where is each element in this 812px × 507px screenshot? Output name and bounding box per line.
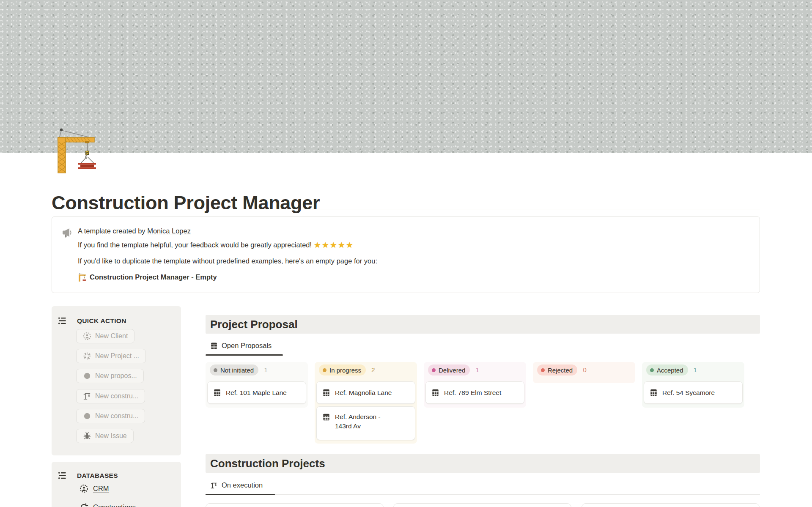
board-card[interactable]: Ref. 101 Maple Lane: [207, 381, 306, 404]
gallery-card[interactable]: [206, 503, 384, 507]
status-label: Accepted: [657, 367, 683, 374]
table-icon: [210, 342, 218, 350]
circle-icon: [83, 372, 91, 380]
status-label: Rejected: [548, 367, 573, 374]
callout-feedback-text: If you find the template helpful, your f…: [78, 241, 314, 249]
callout-line-empty-page: Construction Project Manager - Empty: [78, 272, 749, 282]
databases-title: DATABASES: [77, 472, 118, 480]
button-label: New Client: [95, 332, 128, 340]
person-badge-icon: [83, 332, 91, 340]
column-count: 1: [694, 366, 697, 374]
tab-open-proposals[interactable]: Open Proposals: [210, 337, 272, 355]
databases-panel: DATABASES CRM Constructions: [52, 462, 181, 507]
status-dot-icon: [650, 368, 654, 372]
status-dot-icon: [432, 368, 436, 372]
tab-label: Open Proposals: [222, 342, 272, 350]
constructions-link[interactable]: Constructions: [93, 503, 136, 507]
table-icon: [322, 389, 330, 397]
column-count: 1: [264, 366, 268, 374]
new-proposal-button[interactable]: New propos...: [76, 369, 144, 383]
button-label: New Issue: [95, 432, 127, 440]
database-link-constructions[interactable]: Constructions: [80, 502, 136, 507]
status-dot-icon: [214, 368, 217, 372]
board-column-rejected: Rejected 0: [533, 362, 635, 383]
cover-image: [0, 0, 812, 153]
status-label: In progress: [329, 367, 361, 374]
board-column-accepted: Accepted 1 Ref. 54 Sycamore: [642, 362, 744, 408]
status-label: Delivered: [439, 367, 465, 374]
crm-link[interactable]: CRM: [93, 485, 109, 493]
status-pill: In progress: [319, 364, 366, 375]
board-card[interactable]: Ref. 54 Sycamore: [644, 381, 743, 404]
crane-glyph-icon: [83, 392, 91, 400]
board-column-delivered: Delivered 1 Ref. 789 Elm Street: [424, 362, 526, 408]
board-card[interactable]: Ref. 789 Elm Street: [425, 381, 524, 404]
quick-action-title: QUICK ACTION: [77, 317, 126, 325]
status-dot-icon: [323, 368, 326, 372]
column-header[interactable]: In progress 2: [319, 364, 375, 375]
projects-tab-row: On execution: [206, 476, 760, 495]
status-pill: Accepted: [646, 364, 688, 375]
card-title: Ref. 54 Sycamore: [662, 389, 715, 397]
new-issue-button[interactable]: New Issue: [76, 429, 134, 443]
page-icon-crane-emoji[interactable]: [52, 127, 100, 174]
quick-action-panel: QUICK ACTION New Client New Project ... …: [52, 306, 181, 455]
tab-label: On execution: [222, 481, 263, 489]
refresh-icon: [80, 503, 88, 507]
table-icon: [650, 389, 658, 397]
divider: [52, 209, 760, 209]
table-icon: [213, 389, 221, 397]
column-count: 1: [475, 366, 479, 374]
column-header[interactable]: Accepted 1: [646, 364, 697, 375]
active-tab-underline: [206, 354, 283, 356]
card-title: Ref. Anderson - 143rd Av: [335, 412, 390, 431]
gallery-card[interactable]: [582, 503, 760, 507]
status-pill: Rejected: [537, 364, 577, 375]
burst-icon: [83, 352, 91, 360]
status-pill: Delivered: [428, 364, 470, 375]
author-link[interactable]: Monica Lopez: [147, 227, 191, 235]
column-header[interactable]: Not initiated 1: [210, 364, 268, 375]
list-icon: [58, 471, 67, 480]
quick-action-header: QUICK ACTION: [58, 316, 126, 325]
bug-icon: [83, 432, 91, 440]
notion-page: Construction Project Manager A template …: [0, 0, 812, 507]
column-header[interactable]: Delivered 1: [428, 364, 479, 375]
new-client-button[interactable]: New Client: [76, 329, 134, 343]
new-construction-button[interactable]: New constru...: [76, 389, 145, 403]
page-title: Construction Project Manager: [52, 192, 320, 214]
new-project-button[interactable]: New Project ...: [76, 349, 146, 363]
callout-line-author: A template created by Monica Lopez: [78, 226, 749, 236]
button-label: New propos...: [95, 372, 137, 380]
board-column-in-progress: In progress 2 Ref. Magnolia Lane Ref. An…: [315, 362, 417, 444]
tab-on-execution[interactable]: On execution: [210, 476, 263, 494]
status-dot-icon: [541, 368, 545, 372]
five-stars-icon: ★★★★★: [314, 241, 354, 249]
table-icon: [322, 413, 330, 421]
board-card[interactable]: Ref. Magnolia Lane: [316, 381, 415, 404]
circle-icon: [83, 412, 91, 420]
column-header[interactable]: Rejected 0: [537, 364, 587, 375]
card-title: Ref. Magnolia Lane: [335, 389, 392, 397]
status-label: Not initiated: [220, 367, 254, 374]
database-link-crm[interactable]: CRM: [80, 483, 109, 494]
button-label: New constru...: [95, 392, 138, 400]
person-badge-icon: [80, 484, 88, 493]
board-card[interactable]: Ref. Anderson - 143rd Av: [316, 406, 415, 440]
column-count: 0: [583, 366, 587, 374]
card-title: Ref. 789 Elm Street: [444, 389, 501, 397]
template-callout: A template created by Monica Lopez If yo…: [52, 217, 760, 293]
board-column-not-initiated: Not initiated 1 Ref. 101 Maple Lane: [206, 362, 308, 408]
gallery-card[interactable]: [393, 503, 571, 507]
column-count: 2: [371, 366, 375, 374]
proposals-tab-row: Open Proposals: [206, 337, 760, 355]
crane-emoji-icon: [78, 273, 87, 282]
section-heading-project-proposal[interactable]: Project Proposal: [206, 315, 760, 334]
list-icon: [58, 316, 67, 325]
callout-line-feedback: If you find the template helpful, your f…: [78, 240, 749, 250]
button-label: New constru...: [95, 412, 138, 420]
empty-page-link[interactable]: Construction Project Manager - Empty: [90, 272, 217, 282]
active-tab-underline: [206, 494, 275, 495]
new-construction-button-2[interactable]: New constru...: [76, 409, 145, 423]
section-heading-construction-projects[interactable]: Construction Projects: [206, 454, 760, 473]
